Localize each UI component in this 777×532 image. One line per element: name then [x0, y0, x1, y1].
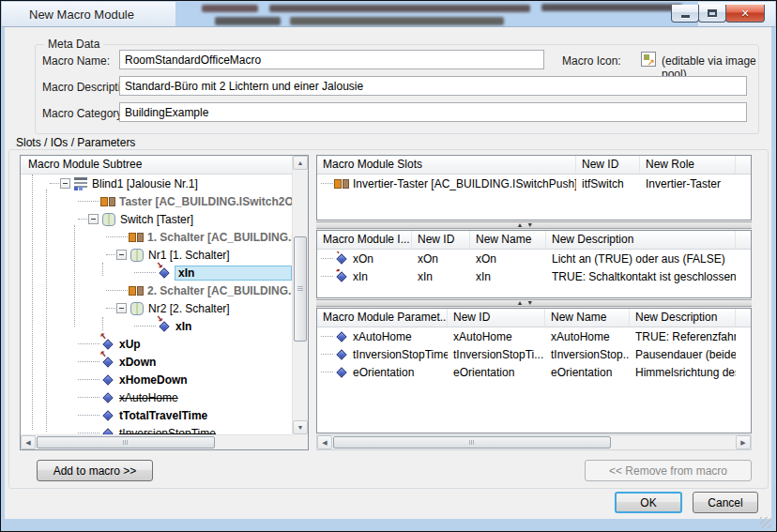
meta-data-legend: Meta Data — [44, 38, 103, 51]
tree-item-xdown[interactable]: xDown — [21, 353, 292, 371]
interface-icon — [129, 230, 144, 245]
ios-table-header: Macro Module I... New ID New Name New De… — [317, 231, 751, 250]
parameter-diamond-icon — [334, 329, 349, 344]
parameter-diamond-icon — [100, 390, 115, 405]
collapse-expander-icon[interactable] — [116, 303, 127, 313]
input-io-icon — [157, 319, 172, 334]
tree-item-schalter2[interactable]: 2. Schalter [AC_BUILDING.ISwi — [21, 281, 292, 299]
title-bar[interactable]: New Macro Module — [2, 2, 775, 27]
tree-horizontal-scrollbar[interactable] — [21, 434, 308, 449]
scroll-left-icon[interactable] — [21, 435, 36, 449]
tree-item-xin2[interactable]: xIn — [21, 317, 292, 335]
tree-item-tinversionstoptime[interactable]: tInversionStopTime — [21, 424, 292, 434]
tree-item-switch[interactable]: Switch [Taster] — [21, 210, 292, 228]
minimize-button[interactable] — [671, 5, 699, 23]
section-label: Slots / IOs / Parameters — [16, 136, 135, 149]
splitter-arrows-icon[interactable] — [516, 221, 537, 228]
tables-horizontal-scrollbar[interactable] — [316, 434, 752, 450]
scrollbar-thumb[interactable] — [37, 436, 215, 448]
column-header-new-id[interactable]: New ID — [448, 309, 545, 327]
device-icon — [130, 301, 145, 316]
slots-table-header: Macro Module Slots New ID New Role — [317, 156, 751, 175]
maximize-icon — [708, 9, 717, 17]
column-header-new-description[interactable]: New Description — [546, 231, 736, 249]
scrollbar-thumb[interactable] — [333, 436, 611, 448]
scroll-left-icon[interactable] — [317, 435, 332, 449]
window-title: New Macro Module — [29, 8, 134, 22]
mapping-tables-panel: Macro Module Slots New ID New Role Inver… — [316, 155, 752, 450]
macro-image-icon[interactable] — [641, 52, 656, 67]
tree-item-blind1[interactable]: Blind1 [Jalousie Nr.1] — [21, 175, 292, 192]
ok-button[interactable]: OK — [615, 492, 682, 513]
table-splitter[interactable] — [316, 299, 752, 307]
tree-item-xin-selected[interactable]: xIn — [21, 264, 292, 281]
aero-glass-background — [175, 2, 698, 26]
macro-name-input[interactable] — [119, 50, 544, 69]
scroll-down-icon[interactable] — [293, 420, 308, 434]
column-header-slots[interactable]: Macro Module Slots — [317, 156, 576, 174]
table-row-xin[interactable]: xIn xIn xIn TRUE: Schaltkontakt ist gesc… — [317, 267, 751, 285]
table-row-eorientation[interactable]: eOrientation eOrientation eOrientation H… — [317, 363, 751, 381]
resize-grip[interactable] — [760, 517, 771, 528]
macro-module-slots-table: Macro Module Slots New ID New Role Inver… — [316, 155, 752, 220]
parameters-table-header: Macro Module Paramet... New ID New Name … — [317, 309, 751, 327]
remove-from-macro-button[interactable]: << Remove from macro — [585, 460, 752, 481]
column-header-new-role[interactable]: New Role — [640, 156, 736, 174]
close-button[interactable] — [725, 5, 765, 23]
scroll-right-icon[interactable] — [736, 435, 751, 449]
macro-icon-label: Macro Icon: — [562, 54, 621, 68]
new-macro-module-dialog: New Macro Module Meta Data Macro Name: M… — [0, 0, 777, 532]
parameter-diamond-icon — [100, 408, 115, 423]
column-header-new-name[interactable]: New Name — [545, 309, 630, 327]
table-splitter[interactable] — [316, 221, 752, 229]
tree-item-xup[interactable]: xUp — [21, 335, 292, 353]
tree-body: Blind1 [Jalousie Nr.1] Taster [AC_BUILDI… — [21, 175, 292, 434]
output-io-icon — [100, 355, 115, 370]
interface-icon — [129, 283, 144, 298]
column-header-new-name[interactable]: New Name — [470, 231, 546, 249]
column-header-ios[interactable]: Macro Module I... — [317, 231, 412, 249]
tree-item-xhomedown[interactable]: xHomeDown — [21, 371, 292, 388]
collapse-expander-icon[interactable] — [60, 178, 70, 189]
column-header-filler — [736, 309, 751, 327]
macro-name-label: Macro Name: — [42, 54, 110, 68]
collapse-expander-icon[interactable] — [116, 250, 127, 260]
table-row-invertier-taster[interactable]: Invertier-Taster [AC_BUILDING.ISwitchPus… — [317, 175, 751, 192]
column-header-new-id[interactable]: New ID — [412, 231, 470, 249]
input-io-icon — [157, 266, 172, 281]
macro-category-input[interactable] — [119, 102, 747, 122]
output-io-icon — [334, 251, 349, 266]
column-header-filler — [736, 156, 751, 174]
macro-description-input[interactable] — [119, 76, 747, 96]
macro-module-ios-table: Macro Module I... New ID New Name New De… — [316, 230, 752, 298]
tree-item-xautohome[interactable]: xAutoHome — [21, 388, 292, 406]
interface-icon — [334, 176, 349, 191]
parameter-diamond-icon — [100, 372, 115, 388]
column-header-filler — [736, 231, 751, 249]
macro-category-label: Macro Category: — [42, 107, 126, 120]
tree-vertical-scrollbar[interactable] — [292, 156, 308, 434]
blind-device-icon — [73, 176, 88, 191]
splitter-arrows-icon[interactable] — [516, 299, 537, 306]
tree-item-ttotaltraveltime[interactable]: tTotalTravelTime — [21, 406, 292, 424]
scroll-up-icon[interactable] — [293, 156, 308, 170]
add-to-macro-button[interactable]: Add to macro >> — [37, 460, 153, 481]
tree-item-taster[interactable]: Taster [AC_BUILDING.ISwitch2On — [21, 192, 292, 210]
table-row-xon[interactable]: xOn xOn xOn Licht an (TRUE) oder aus (FA… — [317, 250, 751, 267]
column-header-new-id[interactable]: New ID — [576, 156, 640, 174]
scrollbar-thumb[interactable] — [294, 236, 307, 342]
macro-module-subtree-panel: Macro Module Subtree Blind1 [Jalousie Nr… — [20, 155, 309, 450]
tree-item-schalter1[interactable]: 1. Schalter [AC_BUILDING.ISwi — [21, 228, 292, 246]
column-header-new-description[interactable]: New Description — [630, 309, 736, 327]
column-header-parameters[interactable]: Macro Module Paramet... — [317, 309, 448, 327]
input-io-icon — [334, 269, 349, 284]
table-row-tinversionstoptime[interactable]: tInversionStopTime tInversionStopTi... t… — [317, 345, 751, 363]
collapse-expander-icon[interactable] — [88, 214, 99, 224]
table-row-xautohome[interactable]: xAutoHome xAutoHome xAutoHome TRUE: Refe… — [317, 327, 751, 345]
maximize-button[interactable] — [698, 5, 726, 23]
cancel-button[interactable]: Cancel — [693, 492, 758, 513]
minimize-icon — [681, 15, 690, 18]
device-icon — [101, 212, 116, 227]
close-icon — [740, 7, 749, 20]
tree-header[interactable]: Macro Module Subtree — [21, 156, 292, 175]
